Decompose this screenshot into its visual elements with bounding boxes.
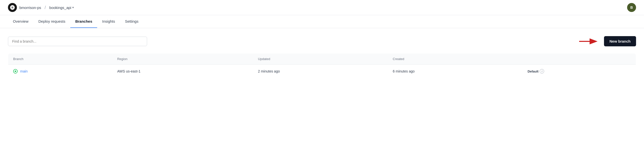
column-branch: Branch (8, 54, 112, 64)
tab-branches[interactable]: Branches (70, 15, 97, 28)
column-actions (522, 54, 636, 64)
tab-settings[interactable]: Settings (120, 15, 143, 28)
branch-cell: main (8, 64, 112, 78)
column-region: Region (112, 54, 253, 64)
nav-tabs: Overview Deploy requests Branches Insigh… (0, 15, 644, 28)
chevron-down-icon[interactable]: ▾ (72, 6, 74, 9)
tab-deploy-requests[interactable]: Deploy requests (34, 15, 70, 28)
arrow-icon (579, 37, 599, 45)
tab-insights[interactable]: Insights (97, 15, 120, 28)
branches-table: Branch Region Updated Created main AWS u… (8, 53, 636, 78)
breadcrumb-separator: / (44, 5, 47, 10)
table-row: main AWS us-east-1 2 minutes ago 6 minut… (8, 64, 636, 78)
created-cell: 6 minutes ago (388, 64, 523, 78)
top-bar: bmorrison-ps / bookings_api ▾ B (0, 0, 644, 15)
branch-link[interactable]: main (20, 69, 28, 73)
default-cell: Default i (522, 64, 636, 78)
updated-cell: 2 minutes ago (253, 64, 388, 78)
repo-name: bookings_api (50, 6, 71, 10)
avatar[interactable]: B (627, 3, 636, 12)
new-branch-button[interactable]: New branch (604, 36, 636, 46)
breadcrumb-repo[interactable]: bookings_api ▾ (50, 6, 74, 10)
breadcrumb: bmorrison-ps / bookings_api ▾ (8, 3, 74, 12)
column-created: Created (388, 54, 523, 64)
column-updated: Updated (253, 54, 388, 64)
default-label: Default (528, 69, 538, 73)
table-header-row: Branch Region Updated Created (8, 54, 636, 64)
region-cell: AWS us-east-1 (112, 64, 253, 78)
tab-overview[interactable]: Overview (8, 15, 34, 28)
logo-icon[interactable] (8, 3, 17, 12)
info-icon[interactable]: i (540, 69, 544, 73)
new-branch-area: New branch (579, 36, 636, 46)
main-content: New branch Branch Region Updated Created… (0, 28, 644, 78)
action-row: New branch (8, 36, 636, 46)
branch-status-icon (13, 69, 18, 73)
breadcrumb-org[interactable]: bmorrison-ps (20, 6, 41, 10)
search-input[interactable] (8, 37, 147, 46)
